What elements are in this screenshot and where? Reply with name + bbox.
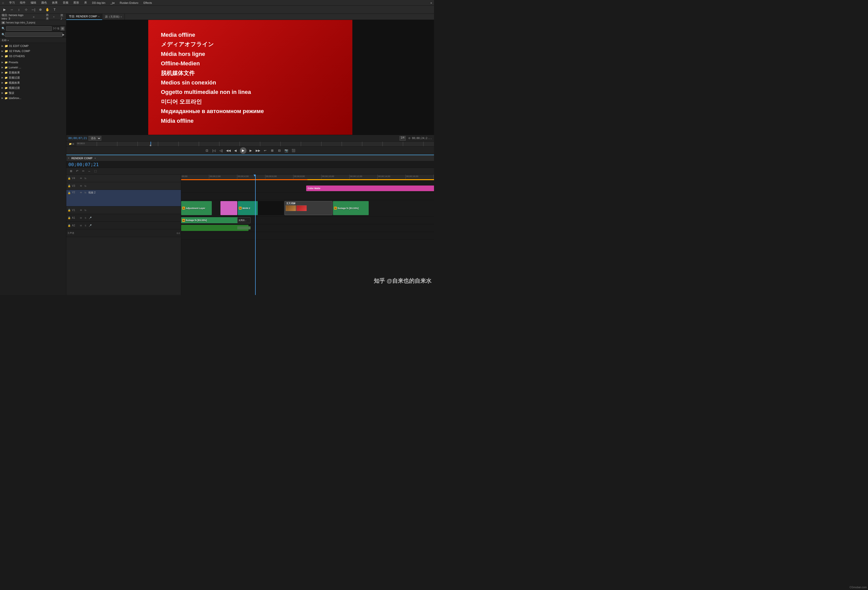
track-v1-fx[interactable]: fx <box>84 208 87 212</box>
quality-select[interactable]: 1/4 <box>400 136 406 140</box>
effects-menu-icon[interactable]: ≡ <box>53 16 55 18</box>
track-v2-eye[interactable]: 👁 <box>79 191 83 194</box>
tl-settings[interactable]: ⬚ <box>93 169 98 174</box>
menu-dd-big-bin[interactable]: DD-big bin <box>92 1 105 4</box>
folder-item-03[interactable]: ▶ 📁 03 OTHERS <box>0 53 66 59</box>
track-a1-m[interactable]: M <box>79 216 83 220</box>
v2-footage-clip[interactable]: fx footage fx [83.33%] <box>333 201 369 215</box>
timeline-close-btn[interactable]: × <box>68 157 69 160</box>
menu-audio[interactable]: 音频 <box>63 1 68 4</box>
effect-group-audio-fx[interactable]: ▶ 📁 音频效果 <box>0 70 66 75</box>
tab-render-comp[interactable]: 节目: RENDER COMP ≡ <box>66 14 102 20</box>
a1-small-clip[interactable] <box>237 226 251 229</box>
folder-item-01[interactable]: ▶ 📁 01 EDIT COMP <box>0 43 66 49</box>
effect-group-lumetri[interactable]: ▶ 📁 Lumetri ... <box>0 65 66 70</box>
find-button[interactable]: ⊞ <box>61 27 65 31</box>
offline-line-0: Media offline <box>161 30 264 40</box>
tool-hand[interactable]: ✋ <box>44 7 50 13</box>
settings-icon[interactable]: ⚙ <box>408 137 410 140</box>
timeline-section: × RENDER COMP ≡ 00;00;07;21 ⊞ ↶ ✂ ↔ ⬚ <box>66 155 434 295</box>
ctrl-settings[interactable]: ⊟ <box>277 148 282 153</box>
tool-move[interactable]: ↔ <box>9 7 15 13</box>
expand-icon-03: ▶ <box>1 55 4 58</box>
tl-razor[interactable]: ✂ <box>81 169 86 174</box>
ctrl-loop[interactable]: ⊡ <box>204 148 210 153</box>
menu-graphics[interactable]: 图形 <box>74 1 79 4</box>
tool-in-out[interactable]: ↔| <box>30 7 36 13</box>
tab-render-menu-icon[interactable]: ≡ <box>98 15 99 18</box>
effect-group-video-fx[interactable]: ▶ 📁 视频效果 <box>0 80 66 85</box>
folder-item-02[interactable]: ▶ 📁 02 FINAL COMP <box>0 49 66 53</box>
menu-effects[interactable]: 效果 <box>52 1 58 4</box>
ctrl-safe[interactable]: ⊞ <box>269 148 275 153</box>
menu-study[interactable]: 学习 <box>9 1 15 4</box>
track-v4-eye[interactable]: 👁 <box>79 177 83 180</box>
menu-ruslan[interactable]: Ruslan Enduro <box>120 1 138 4</box>
tl-scale[interactable]: ↔ <box>87 169 92 174</box>
track-a2-s[interactable]: S <box>84 224 87 228</box>
project-search-input[interactable] <box>6 26 52 31</box>
track-v4-fx[interactable]: fx <box>84 177 87 180</box>
track-v3-lock[interactable]: 🔒 <box>67 184 71 188</box>
ctrl-loop2[interactable]: ↩ <box>262 148 268 153</box>
jiaocuo-clip[interactable]: 交叉溶解 <box>285 201 332 215</box>
main2-clip[interactable]: fx MAIN 2 <box>238 201 258 215</box>
ctrl-out[interactable]: ◁| <box>218 148 224 153</box>
tool-text[interactable]: T <box>52 7 58 13</box>
home-icon[interactable]: ⌂ <box>2 1 4 4</box>
tool-slip[interactable]: ⊕ <box>37 7 43 13</box>
ctrl-step-fwd[interactable]: ▶ <box>248 148 254 153</box>
effects-search-input[interactable] <box>5 33 62 37</box>
play-button[interactable]: ▶ <box>240 147 247 154</box>
adjustment-layer-clip[interactable]: fx Adjustment Layer <box>181 201 212 215</box>
tool-ripple[interactable]: ↕ <box>16 7 22 13</box>
thumb-1 <box>286 206 296 211</box>
ctrl-prev-edit[interactable]: ◀◀ <box>226 148 231 153</box>
fit-select[interactable]: 适合 <box>89 136 101 140</box>
menu-color[interactable]: 颜色 <box>41 1 47 4</box>
effect-group-shablon[interactable]: ▶ 📁 Шаблон... <box>0 95 66 101</box>
effect-group-preset[interactable]: ▶ 📁 预设 <box>0 90 66 95</box>
tool-rate[interactable]: ⊹ <box>23 7 29 13</box>
track-a2-mic[interactable]: 🎤 <box>88 224 92 228</box>
ctrl-next-edit[interactable]: ▶▶ <box>255 148 261 153</box>
track-v4-lock[interactable]: 🔒 <box>67 177 71 180</box>
ctrl-step-back[interactable]: ◀ <box>233 148 238 153</box>
tl-undo[interactable]: ↶ <box>74 169 80 174</box>
effect-group-video-trans[interactable]: ▶ 📁 视频过渡 <box>0 85 66 90</box>
color-matte-clip[interactable]: Color Matte <box>306 186 434 191</box>
track-a1-lock[interactable]: 🔒 <box>67 216 71 220</box>
tl-magnet[interactable]: ⊞ <box>68 169 74 174</box>
track-v1-lock[interactable]: 🔒 <box>67 208 71 212</box>
tool-select[interactable]: ▶ <box>1 7 7 13</box>
timeline-menu-icon[interactable]: ≡ <box>94 157 96 160</box>
track-a2-m[interactable]: M <box>79 224 83 228</box>
track-a1-s[interactable]: S <box>84 216 87 220</box>
source-ruler-area: 00:00:0 <box>77 142 434 146</box>
track-a2-lock[interactable]: 🔒 <box>67 224 71 228</box>
ctrl-in[interactable]: |◁ <box>211 148 217 153</box>
v2-black-clip[interactable] <box>258 201 284 215</box>
track-v2-fx[interactable]: fx <box>84 191 87 194</box>
track-v3-eye[interactable]: 👁 <box>79 184 83 188</box>
track-a1-mic[interactable]: 🎤 <box>88 216 92 220</box>
tab-source[interactable]: 源: (无剪辑) ≡ <box>102 14 125 20</box>
ctrl-multi[interactable]: ⬛ <box>291 148 297 153</box>
menu-jw[interactable]: _jw <box>111 1 115 4</box>
menu-more-icon[interactable]: » <box>430 1 432 4</box>
v1-overlap-clip[interactable]: 次亮目... <box>237 217 251 223</box>
tab-source-menu-icon[interactable]: ≡ <box>120 16 122 18</box>
menu-components[interactable]: 组件 <box>20 1 25 4</box>
track-v1-eye[interactable]: 👁 <box>79 208 83 212</box>
ctrl-camera[interactable]: 📷 <box>284 148 289 153</box>
pink-clip[interactable] <box>220 201 237 215</box>
project-menu-icon[interactable]: ≡ <box>33 15 34 18</box>
track-v3-fx[interactable]: fx <box>84 184 87 188</box>
track-v2-lock[interactable]: 🔒 <box>67 191 71 194</box>
effects-right-arrow[interactable]: ▶ <box>62 33 65 36</box>
effect-group-presets[interactable]: ▶ 📁 Presets <box>0 60 66 65</box>
menu-library[interactable]: 库 <box>84 1 87 4</box>
menu-effects2[interactable]: Effects <box>143 1 152 4</box>
menu-edit[interactable]: 编辑 <box>31 1 36 4</box>
effect-group-audio-trans[interactable]: ▶ 📁 音频过渡 <box>0 75 66 80</box>
